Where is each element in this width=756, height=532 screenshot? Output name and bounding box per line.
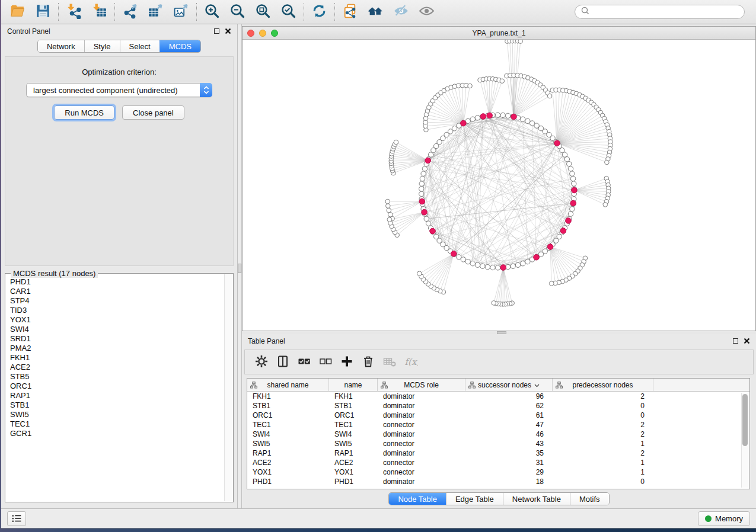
column-header-name[interactable]: name bbox=[329, 379, 378, 391]
table-body: FKH1FKH1dominator962STB1STB1dominator620… bbox=[247, 392, 741, 489]
column-label: MCDS role bbox=[404, 381, 439, 389]
control-panel-tabs: NetworkStyleSelectMCDS bbox=[1, 40, 237, 53]
column-header-successor-nodes[interactable]: successor nodes bbox=[465, 379, 553, 391]
zoom-fit-button[interactable] bbox=[250, 1, 276, 23]
table-cell: connector bbox=[378, 420, 465, 430]
mcds-result-item[interactable]: GCR1 bbox=[10, 429, 220, 438]
table-row[interactable]: SWI5SWI5connector431 bbox=[247, 439, 741, 448]
save-session-button[interactable] bbox=[30, 1, 56, 23]
run-mcds-button[interactable]: Run MCDS bbox=[54, 105, 114, 120]
first-neighbors-button[interactable] bbox=[363, 1, 388, 23]
export-network-button[interactable] bbox=[117, 1, 143, 23]
table-row[interactable]: STB1STB1dominator620 bbox=[247, 401, 741, 411]
mcds-result-item[interactable]: CAR1 bbox=[10, 287, 220, 296]
table-cell: SWI5 bbox=[329, 439, 378, 448]
network-nodes[interactable] bbox=[385, 40, 613, 306]
deselect-all-button[interactable] bbox=[316, 352, 335, 371]
column-label: successor nodes bbox=[478, 381, 531, 389]
mcds-result-item[interactable]: SRD1 bbox=[10, 334, 220, 344]
mcds-result-item[interactable]: TEC1 bbox=[10, 419, 220, 429]
open-file-icon bbox=[9, 3, 25, 21]
duplicate-network-button[interactable] bbox=[337, 1, 363, 23]
table-options-button[interactable] bbox=[252, 352, 271, 371]
table-cell: dominator bbox=[378, 392, 465, 401]
table-row[interactable]: RAP1RAP1dominator352 bbox=[247, 448, 741, 458]
show-panels-button[interactable] bbox=[7, 511, 26, 526]
mcds-result-item[interactable]: YOX1 bbox=[10, 315, 220, 325]
show-columns-button[interactable] bbox=[273, 352, 292, 371]
mcds-result-item[interactable]: SWI5 bbox=[10, 410, 220, 419]
zoom-selected-button[interactable] bbox=[276, 1, 301, 23]
table-cell: dominator bbox=[378, 430, 465, 439]
maximize-window-icon[interactable] bbox=[271, 30, 278, 37]
table-row[interactable]: ORC1ORC1dominator610 bbox=[247, 411, 741, 420]
delete-column-button[interactable] bbox=[359, 352, 378, 371]
close-panel-icon[interactable] bbox=[744, 338, 750, 344]
import-table-button[interactable] bbox=[87, 1, 112, 23]
table-tabs: Node TableEdge TableNetwork TableMotifs bbox=[242, 489, 756, 508]
mcds-result-item[interactable]: STB5 bbox=[10, 372, 220, 382]
table-row[interactable]: FKH1FKH1dominator962 bbox=[247, 392, 741, 401]
mcds-result-item[interactable]: FKH1 bbox=[10, 353, 220, 363]
splitter-handle[interactable] bbox=[497, 331, 506, 334]
table-row[interactable]: PHD1PHD1dominator180 bbox=[247, 477, 741, 486]
table-panel: Table Panel f(x) shared namenameMCDS rol… bbox=[242, 334, 756, 508]
float-panel-icon[interactable] bbox=[733, 338, 738, 344]
network-view[interactable] bbox=[243, 40, 755, 331]
mcds-result-item[interactable]: ACE2 bbox=[10, 363, 220, 372]
refresh-view-button[interactable] bbox=[307, 1, 332, 23]
column-label: name bbox=[344, 381, 362, 389]
zoom-out-button[interactable] bbox=[225, 1, 250, 23]
table-row[interactable]: YOX1YOX1connector291 bbox=[247, 467, 741, 477]
hide-unselected-button[interactable] bbox=[388, 1, 414, 23]
zoom-in-button[interactable] bbox=[199, 1, 225, 23]
memory-button[interactable]: Memory bbox=[698, 511, 750, 526]
minimize-window-icon[interactable] bbox=[259, 30, 266, 37]
close-window-icon[interactable] bbox=[247, 30, 254, 37]
table-cell: SWI4 bbox=[329, 430, 378, 439]
mcds-result-item[interactable]: SWI4 bbox=[10, 325, 220, 334]
close-panel-icon[interactable] bbox=[225, 28, 231, 34]
main-toolbar bbox=[1, 0, 756, 24]
table-row[interactable]: ACE2ACE2connector311 bbox=[247, 458, 741, 467]
tab-select[interactable]: Select bbox=[120, 40, 160, 52]
table-row[interactable]: TEC1TEC1connector472 bbox=[247, 420, 741, 430]
tab-network[interactable]: Network bbox=[38, 40, 84, 52]
add-column-button[interactable] bbox=[337, 352, 356, 371]
tab-node-table[interactable]: Node Table bbox=[389, 493, 446, 505]
mcds-result-item[interactable]: ORC1 bbox=[10, 382, 220, 391]
mcds-result-item[interactable]: STP4 bbox=[10, 296, 220, 306]
splitter-handle[interactable] bbox=[238, 264, 241, 273]
mcds-result-item[interactable]: PHD1 bbox=[10, 277, 220, 287]
column-header-predecessor-nodes[interactable]: predecessor nodes bbox=[553, 379, 653, 391]
mcds-result-item[interactable]: RAP1 bbox=[10, 391, 220, 400]
mcds-result-item[interactable]: TID3 bbox=[10, 306, 220, 315]
search-box[interactable] bbox=[575, 5, 745, 19]
app-window: Control Panel NetworkStyleSelectMCDS Opt… bbox=[1, 0, 756, 528]
float-panel-icon[interactable] bbox=[214, 28, 219, 34]
tab-network-table[interactable]: Network Table bbox=[503, 493, 570, 505]
open-file-button[interactable] bbox=[5, 1, 30, 23]
toggle-visibility-button[interactable] bbox=[414, 1, 439, 23]
export-image-button[interactable] bbox=[168, 1, 194, 23]
select-all-button[interactable] bbox=[295, 352, 314, 371]
tab-style[interactable]: Style bbox=[84, 40, 120, 52]
tab-mcds[interactable]: MCDS bbox=[160, 40, 200, 52]
panel-splitter-horizontal[interactable] bbox=[242, 331, 756, 334]
tab-edge-table[interactable]: Edge Table bbox=[446, 493, 503, 505]
criterion-select[interactable]: largest connected component (undirected) bbox=[26, 83, 212, 97]
scrollbar-thumb[interactable] bbox=[742, 394, 748, 446]
import-network-button[interactable] bbox=[61, 1, 87, 23]
column-header-MCDS-role[interactable]: MCDS role bbox=[378, 379, 465, 391]
mcds-result-item[interactable]: PMA2 bbox=[10, 344, 220, 353]
export-table-button[interactable] bbox=[143, 1, 168, 23]
table-row[interactable]: SWI4SWI4dominator462 bbox=[247, 430, 741, 439]
tab-motifs[interactable]: Motifs bbox=[570, 493, 609, 505]
close-panel-button[interactable]: Close panel bbox=[122, 105, 184, 120]
mcds-result-scrollbar[interactable] bbox=[224, 274, 232, 501]
mcds-result-item[interactable]: STB1 bbox=[10, 400, 220, 410]
panel-splitter-vertical[interactable] bbox=[237, 24, 242, 508]
column-header-shared-name[interactable]: shared name bbox=[247, 379, 329, 391]
search-input[interactable] bbox=[593, 6, 744, 18]
table-scrollbar[interactable] bbox=[741, 393, 748, 488]
